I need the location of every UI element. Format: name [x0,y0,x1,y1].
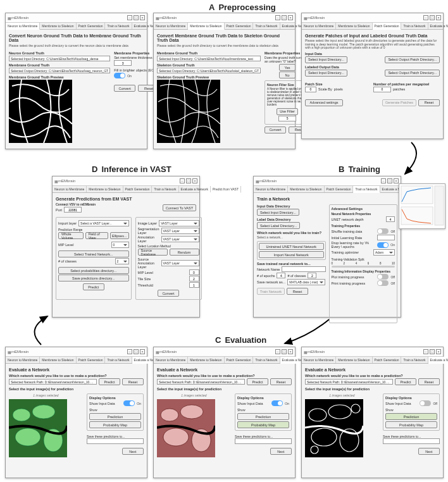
train-button[interactable]: Train Network [257,288,285,295]
seg-layer-select[interactable]: VAST Layer [161,228,199,234]
t[interactable]: Neuron to Membrane [302,357,336,363]
prediction-button[interactable]: Prediction [89,413,141,420]
adv-lr-drop-toggle[interactable] [377,242,389,248]
window-controls[interactable]: –□× [126,15,145,20]
reset-button[interactable]: Reset [287,288,308,295]
tab-patch-generation[interactable]: Patch Generation [325,186,354,192]
network-path[interactable]: Selected Network Path: D:\Elisanets\netw… [9,379,97,385]
select-label-dir-button[interactable]: Select Label Directory... [257,222,300,229]
prediction-button[interactable]: Prediction [385,413,437,420]
tab-bar[interactable]: Neuron to Membrane Membrane to Skeleton … [6,23,147,30]
save-as-select[interactable]: MATLAB data (.mat) [287,279,325,285]
anno-layer-select[interactable]: VAST Layer [161,236,199,242]
reset-button[interactable]: Reset [122,378,144,385]
use-filter-button[interactable]: Use Filter [277,108,298,115]
field-of-view-button[interactable]: Field of View [85,232,108,239]
select-trained-network-button[interactable]: Select Trained Network... [58,250,129,257]
predict-button[interactable]: Predict [395,378,416,385]
select-input-dir-button[interactable]: Select Input Directory... [257,209,299,216]
adv-lr-input[interactable] [377,235,395,240]
tab-bar[interactable]: Neuron to Membrane Membrane to Skeleton … [254,186,401,193]
tab-membrane-to-skeleton[interactable]: Membrane to Skeleton [40,23,76,29]
tab-neuron-to-membrane[interactable]: Neuron to Membrane [6,23,40,30]
tile-input[interactable] [189,276,199,281]
tab-patch-generation[interactable]: Patch Generation [123,186,152,192]
t[interactable]: Membrane to Skeleton [336,357,372,363]
adv-plot-toggle[interactable] [377,274,389,280]
select-input-dir-button-2[interactable]: Select Input Directory... [305,70,347,77]
show-input-toggle[interactable] [123,400,135,406]
output-dir-field[interactable]: Selected Output Directory: C:\Users\Elis… [157,68,261,73]
t[interactable]: Patch Generation [77,357,106,363]
import-layer-select[interactable]: Select a VAST Layer... [78,220,129,226]
t[interactable]: Patch Generation [225,357,254,363]
yes-button[interactable]: Yes [279,64,296,71]
whole-volume-button[interactable]: Whole Volume [58,232,84,239]
window-controls[interactable]: –□× [274,15,293,20]
tab-evaluate[interactable]: Evaluate a Network [428,23,448,29]
titlebar[interactable]: ▦ mEMbrain –□× [302,13,443,23]
epochs-input[interactable] [277,273,285,278]
tab-patch-generation[interactable]: Patch Generation [225,23,254,29]
classes-input[interactable] [308,273,316,278]
save-pred-dir-button[interactable]: Save predictions directory... [58,275,129,281]
split-slider[interactable] [332,266,395,268]
select-output-patch-dir-button[interactable]: Select Output Patch Directory... [385,56,440,63]
tab-patch-generation[interactable]: Patch Generation [373,23,402,30]
tab-train[interactable]: Train a Network [152,186,178,192]
window-controls[interactable]: –□× [422,15,441,20]
advanced-settings-button[interactable]: Advanced settings [305,99,343,106]
prediction-button[interactable]: Prediction [237,413,289,420]
network-path[interactable]: Selected Network Path: D:\Elisanets\netw… [157,379,245,385]
tab-membrane-to-skeleton[interactable]: Membrane to Skeleton [188,23,224,30]
tab-train[interactable]: Train a Network [105,23,132,29]
t[interactable]: Neuron to Membrane [154,357,188,363]
reset-button[interactable]: Reset [418,378,440,385]
convert-button[interactable]: Convert [114,85,135,92]
source-db-button[interactable]: Source Database [138,249,168,256]
tab-membrane-to-skeleton[interactable]: Membrane to Skeleton [87,186,123,192]
tab-evaluate[interactable]: Evaluate a Network [179,186,211,192]
adv-print-toggle[interactable] [377,280,389,286]
nclasses-select[interactable]: 2 [115,258,129,264]
window-controls[interactable]: –□× [422,349,441,354]
t[interactable]: Membrane to Skeleton [40,357,76,363]
predict-button[interactable]: Predict [99,378,120,385]
predict-button[interactable]: Predict [83,283,104,290]
src-anno-select[interactable]: VAST Layer [161,260,199,266]
import-network-button[interactable]: Import Neural Network [259,251,324,258]
adv-shuffle-toggle[interactable] [377,228,389,234]
reset-button[interactable]: Reset [270,378,292,385]
tab-train[interactable]: Train a Network [353,186,380,193]
t[interactable]: Membrane to Skeleton [188,357,224,363]
tab-neuron-to-membrane[interactable]: Neuron to Membrane [154,23,188,29]
tab-membrane-to-skeleton[interactable]: Membrane to Skeleton [288,186,324,192]
input-dir-field[interactable]: Selected Input Directory: C:\Users\Elisa… [157,56,261,61]
random-button[interactable]: Random [170,249,199,256]
save-pred-field[interactable] [383,438,440,444]
probmap-button[interactable]: Probability Map [385,421,437,428]
port-input[interactable] [64,207,82,213]
titlebar[interactable]: ▦ mEMbrain –□× [53,176,199,186]
connect-vast-button[interactable]: Connect To VAST [163,204,196,211]
probmap-button[interactable]: Probability Map [89,421,141,428]
adv-opt-select[interactable]: Adam [373,249,395,256]
window-controls[interactable]: –□× [380,178,399,183]
window-controls[interactable]: –□× [126,349,145,354]
network-path[interactable]: Selected Network Path: D:\Elisanets\netw… [305,379,393,385]
ellipses-button[interactable]: Ellipses... [110,232,129,239]
t[interactable]: Train a Network [105,357,132,363]
t[interactable]: Neuron to Membrane [6,357,40,363]
select-input-dir-button[interactable]: Select Input Directory... [305,56,347,63]
network-name-input[interactable] [282,266,325,272]
image-layer-select[interactable]: VAST Layer [159,220,199,226]
window-controls[interactable]: –□× [274,349,293,354]
window-controls[interactable]: –□× [178,178,197,183]
fill-ecs-toggle[interactable] [114,73,125,78]
t[interactable]: Train a Network [401,357,428,363]
next-button[interactable]: Next [270,448,292,455]
t[interactable]: Patch Generation [373,357,402,363]
output-dir-field[interactable]: Selected Output Directory: C:\Users\Elis… [9,68,110,73]
titlebar[interactable]: ▦ mEMbrain –□× [154,13,295,23]
patch-size-val[interactable] [305,87,316,92]
